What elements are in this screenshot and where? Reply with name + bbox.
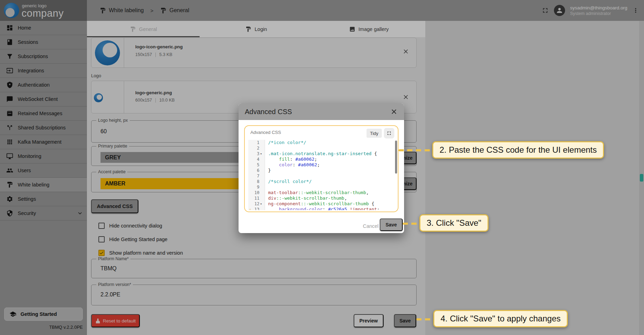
warning-icon: ⚠ bbox=[248, 207, 251, 210]
callout-4-connector bbox=[416, 318, 433, 320]
code-line[interactable]: 6} bbox=[248, 168, 394, 173]
callout-3-connector bbox=[403, 223, 419, 225]
code-line[interactable]: 9 bbox=[248, 184, 394, 190]
callout-step-3: 3. Click "Save" bbox=[419, 214, 489, 232]
line-gutter: 11 bbox=[248, 196, 265, 201]
callout-step-2: 2. Paste the CSS code for the UI element… bbox=[432, 141, 604, 159]
callout-2-connector bbox=[399, 149, 432, 151]
code-line[interactable]: 8/*scroll color*/ bbox=[248, 179, 394, 184]
dialog-cancel-button[interactable]: Cancel bbox=[359, 221, 382, 231]
code-line[interactable]: 12▾ng-component::-webkit-scrollbar-thumb… bbox=[248, 201, 394, 207]
line-number: 3 bbox=[257, 151, 259, 157]
advanced-css-dialog: Advanced CSS Advanced CSS Tidy 1/*icon c… bbox=[239, 103, 404, 233]
code-line[interactable]: 2 bbox=[248, 145, 394, 151]
line-gutter: 6 bbox=[248, 168, 265, 173]
code-line[interactable]: 4 fill: #a60062; bbox=[248, 157, 394, 162]
line-gutter: 12▾ bbox=[248, 201, 265, 207]
line-number: 11 bbox=[255, 196, 259, 201]
editor-fullscreen-button[interactable] bbox=[384, 128, 394, 138]
code-text: fill: #a60062; bbox=[265, 157, 317, 162]
code-text: div::-webkit-scrollbar-thumb, bbox=[265, 196, 347, 201]
line-number: 4 bbox=[257, 157, 259, 162]
css-code-editor[interactable]: 1/*icon color*/23▾.mat-icon.notranslate.… bbox=[248, 140, 394, 210]
code-text bbox=[265, 145, 268, 151]
code-text: mat-toolbar::-webkit-scrollbar-thumb, bbox=[265, 190, 369, 196]
fullscreen-icon bbox=[386, 130, 392, 136]
code-text: } bbox=[265, 168, 271, 173]
code-text: ng-component::-webkit-scrollbar-thumb { bbox=[265, 201, 374, 207]
line-number: 6 bbox=[257, 168, 259, 173]
line-number: 7 bbox=[257, 173, 259, 179]
callout-step-4: 4. Click "Save" to apply changes bbox=[433, 310, 568, 327]
code-text: .mat-icon.notranslate.ng-star-inserted { bbox=[265, 151, 377, 157]
code-text: background-color: #c526a5 !important; bbox=[265, 207, 380, 210]
line-gutter: 5 bbox=[248, 162, 265, 168]
code-line[interactable]: 10mat-toolbar::-webkit-scrollbar-thumb, bbox=[248, 190, 394, 196]
code-text: /*scroll color*/ bbox=[265, 179, 312, 184]
line-number: 2 bbox=[257, 145, 259, 151]
line-gutter: 4 bbox=[248, 157, 265, 162]
line-number: 13 bbox=[255, 207, 259, 210]
editor-label: Advanced CSS bbox=[250, 130, 281, 135]
line-gutter: 3▾ bbox=[248, 151, 265, 157]
close-icon[interactable] bbox=[390, 108, 398, 115]
fold-icon[interactable]: ▾ bbox=[260, 151, 263, 157]
code-text bbox=[265, 184, 268, 190]
code-line[interactable]: 5 color: #a60062; bbox=[248, 162, 394, 168]
line-number: 10 bbox=[255, 190, 259, 196]
code-text bbox=[265, 173, 268, 179]
fold-icon[interactable]: ▾ bbox=[260, 201, 263, 207]
line-gutter: 8 bbox=[248, 179, 265, 184]
line-gutter: 1 bbox=[248, 140, 265, 145]
line-number: 12 bbox=[255, 201, 259, 207]
code-text: color: #a60062; bbox=[265, 162, 320, 168]
dialog-title: Advanced CSS bbox=[245, 108, 390, 116]
line-gutter: ⚠13 bbox=[248, 207, 265, 210]
dialog-header: Advanced CSS bbox=[239, 103, 404, 120]
line-number: 5 bbox=[257, 162, 259, 168]
code-line[interactable]: 1/*icon color*/ bbox=[248, 140, 394, 145]
editor-scrollbar-thumb[interactable] bbox=[395, 141, 397, 174]
css-editor-panel: Advanced CSS Tidy 1/*icon color*/23▾.mat… bbox=[244, 125, 399, 212]
line-gutter: 2 bbox=[248, 145, 265, 151]
line-number: 1 bbox=[257, 140, 259, 145]
line-gutter: 9 bbox=[248, 184, 265, 190]
code-text: /*icon color*/ bbox=[265, 140, 306, 145]
line-gutter: 10 bbox=[248, 190, 265, 196]
dialog-save-button[interactable]: Save bbox=[380, 218, 403, 231]
tidy-button[interactable]: Tidy bbox=[367, 129, 382, 138]
code-line[interactable]: 3▾.mat-icon.notranslate.ng-star-inserted… bbox=[248, 151, 394, 157]
code-line[interactable]: 7 bbox=[248, 173, 394, 179]
line-number: 9 bbox=[257, 184, 259, 190]
line-number: 8 bbox=[257, 179, 259, 184]
code-line[interactable]: ⚠13 background-color: #c526a5 !important… bbox=[248, 207, 394, 210]
line-gutter: 7 bbox=[248, 173, 265, 179]
code-line[interactable]: 11div::-webkit-scrollbar-thumb, bbox=[248, 196, 394, 201]
